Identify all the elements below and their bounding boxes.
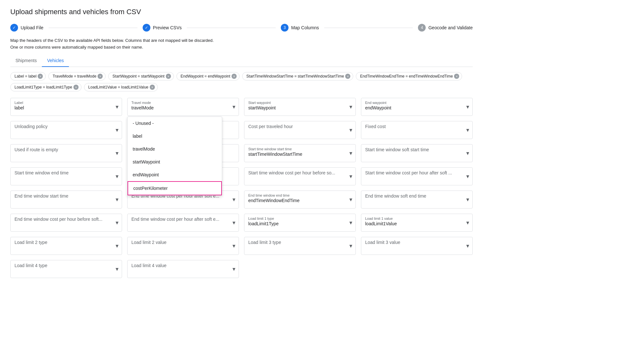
- field-travelmode[interactable]: Travel mode travelMode ▾: [127, 98, 239, 116]
- chip-loadlimit1value: LoadLimit1Value = loadLimit1Value ×: [84, 83, 158, 91]
- travelmode-col-wrapper: Travel mode travelMode ▾ - Unused - labe…: [127, 98, 239, 116]
- field-unloading-policy[interactable]: Unloading policy ▾: [10, 121, 122, 139]
- dropdown-arrow-5: ▾: [349, 126, 352, 134]
- field-load-limit-3-type[interactable]: Load limit 3 type ▾: [244, 237, 356, 255]
- chip-startwaypoint: StartWaypoint = startWaypoint ×: [108, 72, 174, 80]
- dropdown-arrow-2: ▾: [349, 103, 352, 110]
- travelmode-dropdown: - Unused - label travelMode startWaypoin…: [127, 116, 222, 196]
- field-load-limit-2-value[interactable]: Load limit 2 value ▾: [127, 237, 239, 255]
- dropdown-arrow-14: ▾: [232, 196, 235, 203]
- option-unused[interactable]: - Unused -: [128, 117, 222, 130]
- chip-label-close[interactable]: ×: [38, 74, 43, 79]
- dropdown-arrow-8: ▾: [349, 150, 352, 157]
- chip-endwaypoint-close[interactable]: ×: [232, 74, 237, 79]
- dropdown-arrow-1: ▾: [232, 103, 235, 110]
- connector-2: [187, 28, 276, 28]
- step-4: 4 Geocode and Validate: [418, 24, 473, 32]
- step-1: ✓ Upload File: [10, 24, 43, 32]
- dropdown-arrow-23: ▾: [349, 242, 352, 249]
- field-used-if-route-empty[interactable]: Used if route is empty ▾: [10, 144, 122, 162]
- dropdown-arrow-21: ▾: [116, 242, 118, 249]
- dropdown-arrow-25: ▾: [116, 265, 118, 273]
- dropdown-arrow-16: ▾: [466, 196, 469, 203]
- field-end-cost-before-soft[interactable]: End time window cost per hour before sof…: [10, 214, 122, 232]
- field-endwaypoint[interactable]: End waypoint endWaypoint ▾: [361, 98, 473, 116]
- chip-loadlimit1type: LoadLimit1Type = loadLimit1Type ×: [10, 83, 81, 91]
- chip-startwaypoint-close[interactable]: ×: [166, 74, 171, 79]
- tabs: Shipments Vehicles: [10, 55, 473, 67]
- chip-starttimewindow-close[interactable]: ×: [345, 74, 350, 79]
- connector-3: [324, 28, 413, 28]
- chip-loadlimit1value-close[interactable]: ×: [150, 85, 155, 90]
- chip-endtimewindow-close[interactable]: ×: [454, 74, 459, 79]
- dropdown-arrow-11: ▾: [349, 173, 352, 180]
- chips-container: Label = label × TravelMode = travelMode …: [10, 72, 473, 91]
- chip-endtimewindow: EndTimeWindowEndTime = endTimeWindowEndT…: [356, 72, 462, 80]
- stepper: ✓ Upload File ✓ Preview CSVs 3 Map Colum…: [10, 24, 473, 32]
- step-3: 3 Map Columns: [281, 24, 319, 32]
- chip-starttimewindow: StartTimeWindowStartTime = startTimeWind…: [242, 72, 353, 80]
- tab-shipments[interactable]: Shipments: [10, 55, 42, 67]
- field-load-limit-4-value[interactable]: Load limit 4 value ▾: [127, 260, 239, 278]
- mapping-grid: Label label ▾ Travel mode travelMode ▾ -…: [10, 98, 473, 278]
- dropdown-arrow-3: ▾: [466, 103, 469, 110]
- step-1-circle: ✓: [10, 24, 18, 32]
- field-start-time-window-start-time[interactable]: Start time window start time startTimeWi…: [244, 144, 356, 162]
- field-start-time-cost-before[interactable]: Start time window cost per hour before s…: [244, 167, 356, 185]
- step-2: ✓ Preview CSVs: [143, 24, 182, 32]
- chip-label: Label = label ×: [10, 72, 46, 80]
- dropdown-arrow-19: ▾: [349, 219, 352, 226]
- info-text-2: One or more columns were automatically m…: [10, 45, 473, 50]
- field-start-time-cost-after[interactable]: Start time window cost per hour after so…: [361, 167, 473, 185]
- option-costperkilometer[interactable]: costPerKilometer: [128, 181, 222, 195]
- option-label[interactable]: label: [128, 130, 222, 143]
- dropdown-arrow-15: ▾: [349, 196, 352, 203]
- step-3-label: Map Columns: [291, 25, 319, 30]
- chip-travelmode: TravelMode = travelMode ×: [48, 72, 106, 80]
- dropdown-arrow-17: ▾: [116, 219, 118, 226]
- field-label[interactable]: Label label ▾: [10, 98, 122, 116]
- field-end-time-window-start[interactable]: End time window start time ▾: [10, 191, 122, 209]
- field-end-time-window-end-time[interactable]: End time window end time endTimeWindowEn…: [244, 191, 356, 209]
- option-startwaypoint[interactable]: startWaypoint: [128, 155, 222, 168]
- tab-vehicles[interactable]: Vehicles: [42, 55, 69, 67]
- option-travelmode[interactable]: travelMode: [128, 143, 222, 155]
- field-end-time-soft-end[interactable]: End time window soft end time ▾: [361, 191, 473, 209]
- field-cost-per-traveled-hour[interactable]: Cost per traveled hour ▾: [244, 121, 356, 139]
- dropdown-arrow-13: ▾: [116, 196, 118, 203]
- dropdown-arrow-6: ▾: [466, 126, 469, 134]
- chip-loadlimit1type-close[interactable]: ×: [73, 85, 79, 90]
- field-load-limit-1-type[interactable]: Load limit 1 type loadLimit1Type ▾: [244, 214, 356, 232]
- dropdown-arrow-7: ▾: [116, 150, 118, 157]
- step-4-circle: 4: [418, 24, 426, 32]
- step-2-label: Preview CSVs: [153, 25, 182, 30]
- field-start-time-soft-start[interactable]: Start time window soft start time ▾: [361, 144, 473, 162]
- field-end-cost-after-soft[interactable]: End time window cost per hour after soft…: [127, 214, 239, 232]
- dropdown-arrow-20: ▾: [466, 219, 469, 226]
- field-load-limit-3-value[interactable]: Load limit 3 value ▾: [361, 237, 473, 255]
- dropdown-arrow-9: ▾: [466, 150, 469, 157]
- page-title: Upload shipments and vehicles from CSV: [10, 8, 473, 16]
- chip-endwaypoint: EndWaypoint = endWaypoint ×: [176, 72, 240, 80]
- field-load-limit-1-value[interactable]: Load limit 1 value loadLimit1Value ▾: [361, 214, 473, 232]
- step-1-label: Upload File: [21, 25, 43, 30]
- dropdown-arrow-10: ▾: [116, 173, 118, 180]
- info-text-1: Map the headers of the CSV to the availa…: [10, 38, 473, 43]
- dropdown-arrow-12: ▾: [466, 173, 469, 180]
- field-start-time-window-end[interactable]: Start time window end time ▾: [10, 167, 122, 185]
- step-4-label: Geocode and Validate: [428, 25, 473, 30]
- step-2-circle: ✓: [143, 24, 150, 32]
- field-load-limit-2-type[interactable]: Load limit 2 type ▾: [10, 237, 122, 255]
- dropdown-arrow-0: ▾: [116, 103, 118, 110]
- field-startwaypoint[interactable]: Start waypoint startWaypoint ▾: [244, 98, 356, 116]
- field-fixed-cost[interactable]: Fixed cost ▾: [361, 121, 473, 139]
- connector-1: [49, 28, 137, 28]
- dropdown-arrow-22: ▾: [232, 242, 235, 249]
- dropdown-arrow-18: ▾: [232, 219, 235, 226]
- dropdown-arrow-24: ▾: [466, 242, 469, 249]
- step-3-circle: 3: [281, 24, 289, 32]
- option-endwaypoint[interactable]: endWaypoint: [128, 168, 222, 181]
- dropdown-arrow-4: ▾: [116, 126, 118, 134]
- chip-travelmode-close[interactable]: ×: [98, 74, 103, 79]
- field-load-limit-4-type[interactable]: Load limit 4 type ▾: [10, 260, 122, 278]
